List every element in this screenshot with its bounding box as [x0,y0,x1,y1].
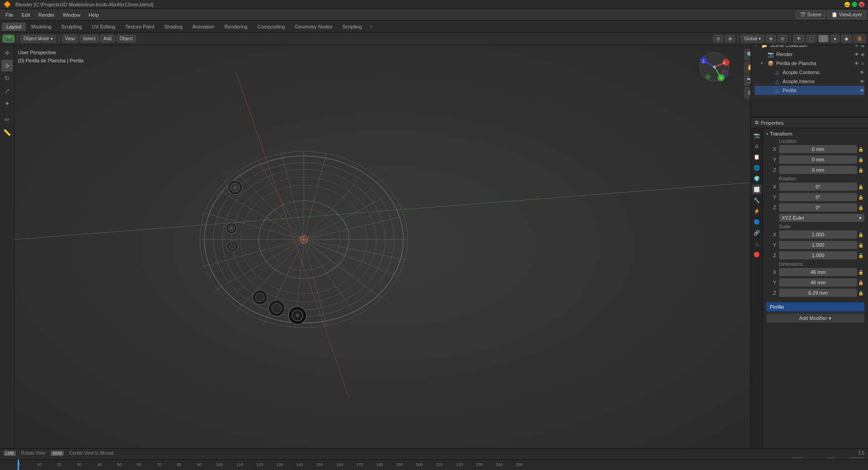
cursor-tool-button[interactable]: ✛ [1,47,13,59]
add-menu[interactable]: Add [100,35,115,42]
material-shading[interactable]: ◉ [841,35,852,42]
particles-props-btn[interactable]: ⚡ [752,206,762,216]
tab-rendering[interactable]: Rendering [220,23,252,31]
tab-texture-paint[interactable]: Texture Paint [121,23,159,31]
eye-icon[interactable]: 👁 [860,88,864,93]
location-y-field[interactable]: 0 mm [779,155,857,164]
select-menu[interactable]: Select [80,35,99,42]
overlay-button[interactable]: ⊙ [713,35,723,42]
tab-geometry-nodes[interactable]: Geometry Nodes [290,23,337,31]
eye-icon[interactable]: 👁 [854,52,859,57]
close-button[interactable]: ✕ [859,2,864,7]
dim-z-field[interactable]: 6.29 mm [779,289,857,297]
output-props-btn[interactable]: 🖨 [752,141,762,151]
scale-z-field[interactable]: 1.000 [779,251,857,259]
tab-uv-editing[interactable]: UV Editing [87,23,120,31]
annotate-tool-button[interactable]: ✏ [1,114,13,126]
tab-shading[interactable]: Shading [160,23,187,31]
eye-icon[interactable]: 👁 [860,70,864,75]
solid-shading[interactable]: ● [830,35,840,42]
loc-x-lock[interactable]: 🔒 [857,147,864,152]
minimize-button[interactable]: ─ [844,2,850,7]
restrict-icon[interactable]: ⊕ [861,61,864,66]
dim-y-field[interactable]: 46 mm [779,278,857,287]
loc-y-lock[interactable]: 🔒 [857,157,864,162]
add-modifier-button[interactable]: Add Modifier ▾ [766,314,864,323]
dim-y-lock[interactable]: 🔒 [857,280,864,285]
tab-scripting[interactable]: Scripting [338,23,366,31]
menu-edit[interactable]: Edit [18,11,34,19]
scale-x-field[interactable]: 1.000 [779,230,857,239]
dim-x-lock[interactable]: 🔒 [857,270,864,275]
physics-props-btn[interactable]: 🔵 [752,217,762,227]
dim-x-field[interactable]: 46 mm [779,268,857,276]
xray-toggle[interactable]: ⬚ [806,35,816,42]
tab-layout[interactable]: Layout [2,23,26,31]
tab-sculpting[interactable]: Sculpting [57,23,86,31]
modifiers-props-btn[interactable]: 🔧 [752,195,762,205]
tab-animation[interactable]: Animation [188,23,219,31]
ol-render[interactable]: 📷 Render 👁 ⊕ [755,50,864,59]
tab-compositing[interactable]: Compositing [253,23,289,31]
constraints-props-btn[interactable]: 🔗 [752,228,762,238]
transform-tool-button[interactable]: ✦ [1,98,13,109]
render-props-btn[interactable]: 📷 [752,130,762,140]
rotate-tool-button[interactable]: ↻ [1,72,13,84]
tab-modeling[interactable]: Modeling [27,23,56,31]
add-workspace-button[interactable]: + [367,23,375,31]
editor-type-button[interactable]: 🎬 [3,35,14,42]
menu-file[interactable]: File [2,11,17,19]
restrict-icon[interactable]: ⊕ [861,52,864,57]
ol-acople-contorno[interactable]: △ Acople.Contorno 👁 [755,68,864,77]
object-menu[interactable]: Object [117,35,136,42]
scale-y-lock[interactable]: 🔒 [857,243,864,248]
ol-perilla-de-plancha[interactable]: ▾ 📦 Perilla de Plancha 👁 ⊕ [755,59,864,68]
scale-tool-button[interactable]: ⤢ [1,85,13,97]
scale-x-lock[interactable]: 🔒 [857,232,864,237]
scene-selector[interactable]: 🎬 Scene [796,10,826,19]
transform-orientation[interactable]: Global ▾ [741,35,764,42]
dim-z-lock[interactable]: 🔒 [857,291,864,296]
ol-perilla[interactable]: △ Perilla 👁 [755,86,864,95]
wireframe-shading[interactable]: ⬚ [818,35,829,42]
rot-z-lock[interactable]: 🔒 [857,205,864,210]
rotation-x-field[interactable]: 0° [779,183,857,191]
maximize-button[interactable]: □ [852,2,857,7]
location-x-field[interactable]: 0 mm [779,145,857,153]
measure-tool-button[interactable]: 📏 [1,127,13,138]
scene-props-btn[interactable]: 🌐 [752,163,762,173]
overlay-toggle[interactable]: 👁 [793,35,804,42]
gizmo-button[interactable]: ⊕ [725,35,735,42]
data-props-btn[interactable]: △ [752,239,762,249]
menu-help[interactable]: Help [85,11,103,19]
location-z-field[interactable]: 0 mm [779,166,857,174]
timeline-ruler[interactable]: 0 10 20 30 40 50 60 70 80 90 100 110 120… [0,460,868,470]
object-mode-button[interactable]: Object Mode ▾ [20,35,56,42]
object-name-field[interactable]: Perilla [766,302,864,311]
view-menu[interactable]: View [62,35,78,42]
rotation-z-field[interactable]: 0° [779,203,857,212]
loc-z-lock[interactable]: 🔒 [857,168,864,173]
move-tool-button[interactable]: ⊹ [1,60,13,71]
rendered-shading[interactable]: 🔆 [854,35,865,42]
viewlayer-selector[interactable]: 📋 ViewLayer [827,10,866,19]
material-props-btn[interactable]: 🔴 [752,249,762,259]
snap-button[interactable]: ⊕ [766,35,776,42]
menu-render[interactable]: Render [35,11,58,19]
proportional-editing[interactable]: ⊙ [778,35,788,42]
viewport[interactable]: User Perspective (0) Perilla de Plancha … [14,45,760,448]
world-props-btn[interactable]: 🌍 [752,174,762,183]
rotation-y-field[interactable]: 0° [779,193,857,201]
eye-icon[interactable]: 👁 [854,61,859,66]
rot-x-lock[interactable]: 🔒 [857,184,864,189]
scale-z-lock[interactable]: 🔒 [857,253,864,258]
transform-section-header[interactable]: ▾ Transform [766,131,864,136]
view-layer-props-btn[interactable]: 📋 [752,152,762,162]
eye-icon[interactable]: 👁 [860,79,864,84]
object-props-btn[interactable]: ⬜ [752,184,762,194]
ol-acople-interno[interactable]: △ Acople.Interno 👁 [755,77,864,86]
rot-y-lock[interactable]: 🔒 [857,195,864,200]
rotation-mode-dropdown[interactable]: XYZ Euler ▾ [779,214,864,222]
scale-y-field[interactable]: 1.000 [779,241,857,249]
menu-window[interactable]: Window [59,11,84,19]
